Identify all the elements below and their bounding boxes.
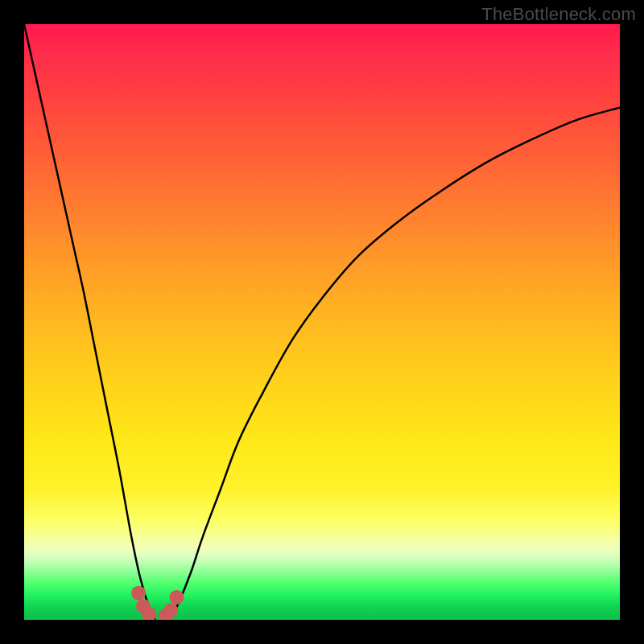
plot-area — [24, 24, 620, 620]
valley-marker-0 — [131, 586, 146, 601]
valley-marker-5 — [169, 590, 184, 605]
valley-marker-4 — [163, 603, 178, 617]
bottleneck-curve — [24, 24, 620, 620]
curve-left-branch — [24, 24, 155, 620]
watermark-text: TheBottleneck.com — [481, 4, 636, 25]
chart-frame: TheBottleneck.com — [0, 0, 644, 644]
valley-markers — [131, 586, 184, 620]
chart-svg — [24, 24, 620, 620]
curve-right-branch — [170, 108, 620, 620]
